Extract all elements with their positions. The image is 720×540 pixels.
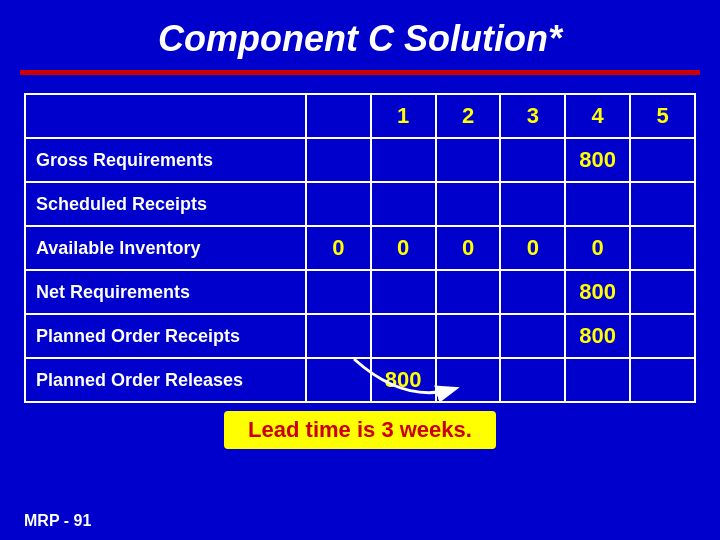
sched-rec-1	[371, 182, 436, 226]
sched-rec-extra	[306, 182, 371, 226]
plan-ord-rec-4: 800	[565, 314, 630, 358]
net-req-extra	[306, 270, 371, 314]
net-req-5	[630, 270, 695, 314]
gross-req-2	[436, 138, 501, 182]
footer-label: MRP - 91	[24, 512, 91, 530]
header-col-5: 5	[630, 94, 695, 138]
header-col-1: 1	[371, 94, 436, 138]
gross-req-extra	[306, 138, 371, 182]
header-empty-label	[25, 94, 306, 138]
gross-req-5	[630, 138, 695, 182]
sched-rec-4	[565, 182, 630, 226]
avail-inv-extra: 0	[306, 226, 371, 270]
sched-rec-3	[500, 182, 565, 226]
avail-inv-2: 0	[436, 226, 501, 270]
main-table-container: 1 2 3 4 5 Gross Requirements 800 Schedul…	[24, 93, 696, 449]
title: Component C Solution*	[0, 0, 720, 70]
sched-rec-5	[630, 182, 695, 226]
header-col-2: 2	[436, 94, 501, 138]
header-extra-col	[306, 94, 371, 138]
net-req-1	[371, 270, 436, 314]
header-col-3: 3	[500, 94, 565, 138]
lead-time-container: Lead time is 3 weeks.	[24, 411, 696, 449]
plan-ord-rec-5	[630, 314, 695, 358]
plan-ord-rel-4	[565, 358, 630, 402]
net-req-4: 800	[565, 270, 630, 314]
table-row: Available Inventory 0 0 0 0 0	[25, 226, 695, 270]
red-divider	[20, 70, 700, 75]
avail-inv-3: 0	[500, 226, 565, 270]
plan-ord-rel-5	[630, 358, 695, 402]
avail-inv-4: 0	[565, 226, 630, 270]
avail-inv-label: Available Inventory	[25, 226, 306, 270]
plan-ord-rel-label: Planned Order Releases	[25, 358, 306, 402]
net-req-2	[436, 270, 501, 314]
table-row: Scheduled Receipts	[25, 182, 695, 226]
net-req-label: Net Requirements	[25, 270, 306, 314]
table-header-row: 1 2 3 4 5	[25, 94, 695, 138]
sched-rec-2	[436, 182, 501, 226]
plan-ord-rec-label: Planned Order Receipts	[25, 314, 306, 358]
lead-time-arrow	[344, 349, 464, 409]
gross-req-1	[371, 138, 436, 182]
sched-rec-label: Scheduled Receipts	[25, 182, 306, 226]
table-row: Net Requirements 800	[25, 270, 695, 314]
gross-req-label: Gross Requirements	[25, 138, 306, 182]
avail-inv-1: 0	[371, 226, 436, 270]
avail-inv-5	[630, 226, 695, 270]
lead-time-label: Lead time is 3 weeks.	[224, 411, 496, 449]
gross-req-4: 800	[565, 138, 630, 182]
header-col-4: 4	[565, 94, 630, 138]
plan-ord-rec-3	[500, 314, 565, 358]
plan-ord-rel-3	[500, 358, 565, 402]
table-row: Gross Requirements 800	[25, 138, 695, 182]
gross-req-3	[500, 138, 565, 182]
net-req-3	[500, 270, 565, 314]
